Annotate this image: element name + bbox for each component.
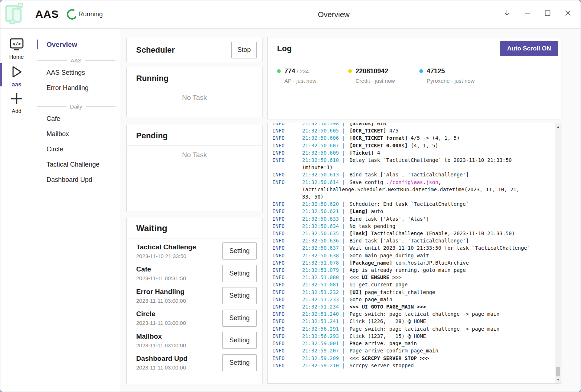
waiting-task-row-circle: Circle2023-11-11 03:00:00Setting — [136, 307, 257, 330]
waiting-task-name: Dashboard Upd — [136, 355, 187, 363]
waiting-title: Waiting — [136, 223, 262, 233]
log-message: [OCR_TICKET format] 4/5 -> (4, 1, 5) — [349, 135, 459, 141]
setting-button-cafe[interactable]: Setting — [222, 265, 257, 282]
log-level: INFO — [272, 134, 302, 142]
log-message: <<< SCRCPY SERVER STOP >>> — [349, 355, 429, 361]
setting-button-tactical-challenge[interactable]: Setting — [222, 242, 257, 260]
sidebar-item-error-handling[interactable]: Error Handling — [33, 80, 120, 95]
sidebar-item-mailbox[interactable]: Mailbox — [33, 126, 120, 142]
log-scrollbar[interactable]: ▲ ▼ — [555, 123, 561, 383]
close-icon[interactable] — [561, 5, 575, 21]
app-window: AAS Running Overview — [0, 0, 581, 392]
log-timestamp: 21:32:56.291 — [302, 325, 342, 332]
brand: AAS Running — [4, 3, 103, 25]
log-timestamp: 21:32:50.636 — [302, 237, 342, 244]
stat-ap: 774 / 234AP - just now — [277, 68, 348, 84]
app-name: AAS — [35, 8, 59, 20]
log-separator: | — [342, 274, 345, 280]
log-message: Click (1237, 15) @ HOME — [349, 333, 426, 339]
sidebar-item-aas-settings[interactable]: AAS Settings — [33, 65, 120, 80]
auto-scroll-button[interactable]: Auto Scroll ON — [500, 41, 558, 56]
log-line: INFO21:32:59.207|Page arrive confirm pag… — [272, 347, 561, 354]
running-title: Running — [136, 74, 262, 83]
stat-dot-icon — [277, 69, 281, 73]
title-bar: AAS Running Overview — [0, 0, 581, 29]
log-separator: | — [342, 297, 345, 302]
log-line: INFO21:32:51.234|<<< UI GOTO PAGE_MAIN >… — [272, 303, 561, 310]
log-separator: | — [342, 208, 345, 214]
log-line: TacticalChallenge.Scheduler.NextRun=date… — [272, 186, 561, 193]
log-level: INFO — [272, 252, 302, 259]
minimize-icon[interactable] — [520, 5, 534, 21]
log-line: INFO21:32:50.638|Goto main page during w… — [272, 252, 561, 259]
log-message: UI get current page — [349, 282, 407, 287]
log-timestamp: 21:32:50.609 — [302, 149, 342, 156]
stat-label: Credit - just now — [355, 78, 395, 84]
log-timestamp: 21:32:50.635 — [302, 230, 342, 237]
setting-button-circle[interactable]: Setting — [222, 310, 257, 327]
waiting-task-next-run: 2023-11-11 00:31:50 — [136, 275, 186, 281]
setting-button-mailbox[interactable]: Setting — [222, 332, 257, 349]
log-message: Wait until 2023-11-10 21:33:50 for task … — [349, 245, 530, 251]
log-message: Goto main page during wait — [349, 253, 429, 258]
svg-text:</>: </> — [12, 41, 21, 46]
log-header: Log Auto Scroll ON — [268, 37, 561, 60]
log-separator: | — [342, 157, 345, 163]
log-timestamp: 21:32:50.634 — [302, 222, 342, 230]
log-message: Page arrive: page_main — [349, 340, 417, 346]
nav-item-home[interactable]: </> Home — [0, 38, 33, 60]
log-timestamp: 21:32:50.610 — [302, 156, 342, 164]
maximize-icon[interactable] — [540, 5, 554, 21]
log-timestamp: 21:32:51.233 — [302, 296, 342, 303]
scrollbar-thumb[interactable] — [556, 367, 560, 376]
download-arrow-icon[interactable] — [500, 5, 514, 21]
log-timestamp: 21:32:59.001 — [302, 340, 342, 347]
nav-item-aas[interactable]: aas — [0, 65, 33, 88]
log-title: Log — [277, 44, 292, 53]
log-level: INFO — [272, 230, 302, 237]
log-message: <<< UI ENSURE >>> — [349, 274, 401, 280]
sidebar-item-tactical-challenge[interactable]: Tactical Challenge — [33, 157, 120, 172]
log-level: INFO — [272, 355, 302, 362]
sidebar-item-cafe[interactable]: Cafe — [33, 111, 120, 126]
log-timestamp: 21:32:50.607 — [302, 142, 342, 149]
nav-item-add[interactable]: Add — [0, 92, 33, 114]
log-timestamp: 21:32:59.210 — [302, 362, 342, 369]
log-message: Page arrive confirm page_main — [349, 348, 438, 354]
log-timestamp: 21:32:56.293 — [302, 332, 342, 340]
log-message: Goto page_main — [349, 297, 392, 302]
sidebar-item-overview[interactable]: Overview — [33, 40, 120, 49]
log-line: INFO21:32:50.606|[OCR_TICKET format] 4/5… — [272, 134, 561, 142]
log-line: INFO21:32:51.081|UI get current page — [272, 281, 561, 288]
log-lines: INFO21:32:50.598|[Status] WININFO21:32:5… — [268, 123, 561, 369]
code-monitor-icon: </> — [9, 38, 24, 52]
log-separator: | — [342, 216, 345, 222]
sidebar-item-dashboard-upd[interactable]: Dashboard Upd — [33, 172, 120, 187]
log-line: INFO21:32:51.240|Page switch: page_tacti… — [272, 310, 561, 318]
log-separator: | — [342, 333, 345, 339]
scroll-up-icon[interactable]: ▲ — [555, 125, 561, 128]
log-line: INFO21:32:50.620|Scheduler: End task `Ta… — [272, 200, 561, 208]
setting-button-dashboard-upd[interactable]: Setting — [222, 354, 257, 371]
log-message: Page switch: page_tactical_challenge -> … — [349, 311, 499, 317]
log-timestamp: 21:32:50.613 — [302, 171, 342, 178]
sidebar-active-accent-bar — [37, 40, 38, 49]
scroll-down-icon[interactable]: ▼ — [555, 378, 561, 381]
log-level: INFO — [272, 171, 302, 178]
log-level: INFO — [272, 332, 302, 340]
log-level: INFO — [272, 274, 302, 281]
log-timestamp: 21:32:51.081 — [302, 281, 342, 288]
stat-value: 47125 — [427, 68, 475, 75]
stop-button[interactable]: Stop — [231, 42, 257, 58]
waiting-task-name: Circle — [136, 310, 186, 318]
log-separator: | — [342, 238, 345, 244]
setting-button-error-handling[interactable]: Setting — [222, 287, 257, 304]
stat-dot-icon — [348, 69, 352, 73]
log-line: INFO21:32:50.614|Save config ./config\aa… — [272, 179, 561, 186]
log-level: INFO — [272, 318, 302, 325]
log-level: INFO — [272, 123, 302, 127]
sidebar-item-circle[interactable]: Circle — [33, 142, 120, 157]
nav-label-aas: aas — [12, 81, 21, 88]
log-separator: | — [342, 260, 345, 266]
log-line: (minute=1) — [272, 164, 561, 171]
